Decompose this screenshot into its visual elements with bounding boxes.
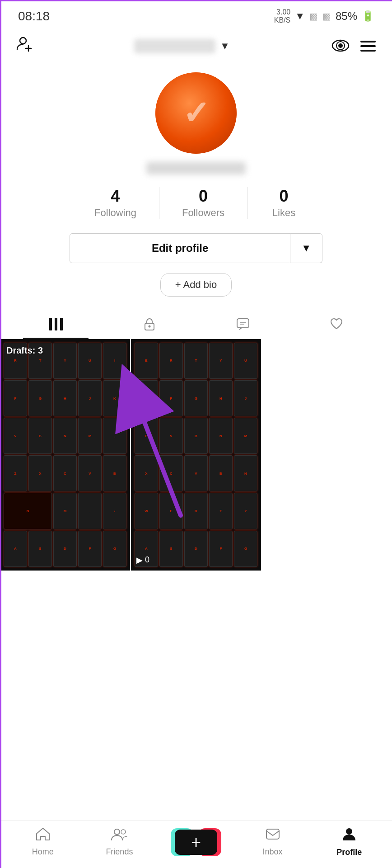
svg-rect-8 [60, 318, 63, 330]
edit-profile-button[interactable]: Edit profile [70, 233, 290, 263]
following-count: 4 [111, 187, 120, 205]
svg-rect-7 [55, 318, 57, 330]
nav-profile[interactable]: Profile [311, 827, 387, 857]
likes-count: 0 [280, 187, 289, 205]
video-thumb-1[interactable]: RTYUI FGHJK VBNM, ZXCVB NM./ ASDFG Draft… [0, 339, 130, 571]
video-thumb-2[interactable]: ERTYU DFGHJ CVBNM XCVBN WERTY ASDFG ▶ 0 [131, 339, 261, 571]
videos-grid: RTYUI FGHJK VBNM, ZXCVB NM./ ASDFG Draft… [0, 339, 392, 571]
nav-home[interactable]: Home [5, 827, 81, 857]
home-label: Home [32, 847, 54, 857]
add-bio-button[interactable]: + Add bio [160, 273, 232, 297]
wifi-icon: ▼ [295, 10, 305, 22]
svg-point-0 [20, 38, 26, 44]
dropdown-arrow-icon: ▼ [301, 242, 311, 254]
username-text [134, 39, 215, 53]
svg-point-18 [121, 830, 126, 834]
tab-hearts[interactable] [289, 309, 383, 339]
bottom-nav: Home Friends + Inbox [0, 820, 392, 868]
video-play-count-2: ▶ 0 [136, 555, 149, 565]
tab-videos[interactable] [9, 309, 103, 339]
video-thumb-3 [262, 339, 392, 571]
add-user-button[interactable] [16, 36, 33, 56]
profile-icon [342, 827, 356, 845]
stats-row: 4 Following 0 Followers 0 Likes [72, 187, 320, 219]
avatar-initial: ✓ [182, 94, 210, 132]
battery-icon: 🔋 [362, 10, 374, 22]
nav-create[interactable]: + [158, 828, 234, 856]
followers-label: Followers [182, 207, 224, 219]
nav-friends[interactable]: Friends [81, 827, 158, 857]
tab-liked[interactable] [196, 309, 289, 339]
svg-point-17 [114, 829, 120, 835]
play-icon: ▶ [136, 555, 143, 565]
profile-actions: Edit profile ▼ [70, 233, 322, 263]
signal-icon-2: ▩ [322, 11, 331, 22]
chevron-down-icon: ▼ [220, 40, 230, 52]
avatar[interactable]: ✓ [155, 72, 237, 154]
signal-icon: ▩ [309, 11, 318, 22]
profile-label: Profile [336, 848, 362, 857]
svg-point-10 [148, 325, 150, 327]
top-nav: ▼ [0, 28, 392, 63]
grid-icon [49, 318, 63, 330]
eye-icon[interactable] [331, 36, 350, 56]
video-draft-label: Drafts: 3 [6, 345, 43, 356]
svg-point-4 [338, 43, 343, 48]
speed-indicator: 3.00KB/S [274, 8, 290, 24]
menu-button[interactable] [360, 41, 376, 52]
following-stat[interactable]: 4 Following [72, 187, 159, 219]
content-tabs [0, 309, 392, 339]
heart-icon [330, 318, 343, 330]
status-time: 08:18 [18, 9, 50, 24]
profile-dropdown-button[interactable]: ▼ [290, 233, 322, 263]
battery-indicator: 85% [336, 10, 357, 23]
followers-count: 0 [199, 187, 208, 205]
play-count-value: 0 [145, 555, 149, 565]
inbox-label: Inbox [263, 847, 283, 857]
tab-locked[interactable] [103, 309, 196, 339]
plus-icon: + [191, 834, 201, 851]
likes-stat[interactable]: 0 Likes [247, 187, 320, 219]
lock-icon [144, 317, 155, 331]
svg-rect-11 [237, 319, 249, 328]
chat-icon [236, 318, 250, 330]
profile-section: ✓ 4 Following 0 Followers 0 Likes Edit p… [0, 63, 392, 309]
add-user-icon [16, 36, 33, 52]
friends-icon [111, 827, 128, 844]
following-label: Following [94, 207, 136, 219]
status-bar: 08:18 3.00KB/S ▼ ▩ ▩ 85% 🔋 [0, 0, 392, 28]
followers-stat[interactable]: 0 Followers [159, 187, 247, 219]
username-dropdown[interactable]: ▼ [134, 39, 230, 53]
svg-rect-6 [49, 318, 52, 330]
svg-rect-19 [266, 829, 279, 839]
svg-point-20 [346, 828, 352, 835]
status-icons: 3.00KB/S ▼ ▩ ▩ 85% 🔋 [274, 8, 374, 24]
likes-label: Likes [272, 207, 295, 219]
home-icon [36, 827, 50, 844]
friends-label: Friends [106, 847, 133, 857]
display-name [146, 162, 246, 175]
inbox-icon [266, 827, 280, 844]
nav-inbox[interactable]: Inbox [234, 827, 311, 857]
